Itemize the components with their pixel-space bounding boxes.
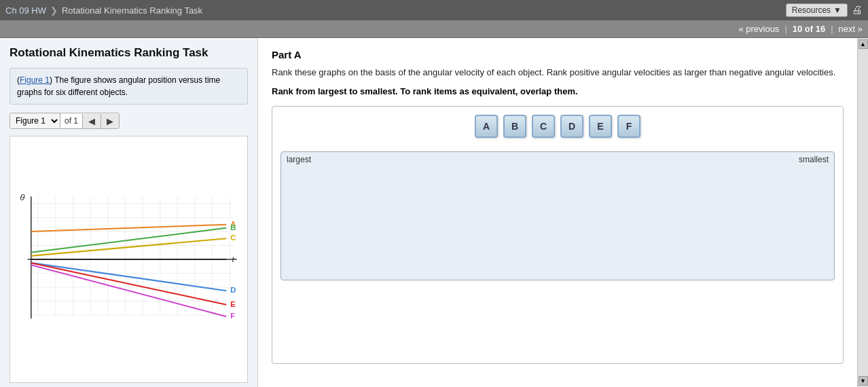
largest-label: largest [287, 155, 311, 164]
smallest-label: smallest [799, 155, 829, 164]
token-row: A B C D E F [281, 115, 835, 138]
left-panel: Rotational Kinematics Ranking Task (Figu… [0, 38, 258, 387]
drop-zone[interactable]: largest smallest [281, 151, 835, 280]
top-nav-actions: Resources ▼ 🖨 [786, 3, 863, 17]
svg-text:D: D [230, 286, 236, 294]
svg-text:θ: θ [20, 192, 25, 202]
token-f[interactable]: F [617, 115, 640, 138]
figure-1-link[interactable]: Figure 1 [20, 75, 50, 85]
figure-of-label: of 1 [60, 116, 82, 126]
svg-text:B: B [230, 223, 236, 232]
figure-select[interactable]: Figure 1 [10, 113, 60, 128]
breadcrumb-sep: ❯ [50, 5, 58, 16]
graph-svg: θ t A B C D E [10, 136, 247, 382]
figure-nav: Figure 1 of 1 ◀ ▶ [10, 113, 120, 129]
left-panel-title: Rotational Kinematics Ranking Task [0, 38, 257, 65]
page-title-nav: Rotational Kinematics Ranking Task [62, 5, 202, 16]
graph-container: θ t A B C D E [10, 136, 248, 383]
right-panel: Part A Rank these graphs on the basis of… [258, 38, 857, 387]
secondary-nav: « previous | 10 of 16 | next » [0, 20, 868, 38]
instructions-text: Rank these graphs on the basis of the an… [272, 66, 844, 79]
resources-arrow-icon: ▼ [833, 5, 842, 15]
drop-zone-labels: largest smallest [281, 152, 834, 164]
figure-next-button[interactable]: ▶ [101, 114, 119, 128]
scroll-up-button[interactable]: ▲ [858, 39, 868, 49]
scroll-down-button[interactable]: ▼ [858, 376, 868, 386]
token-a[interactable]: A [475, 115, 498, 138]
token-c[interactable]: C [532, 115, 555, 138]
svg-text:E: E [230, 300, 236, 308]
page-count: 10 of 16 [793, 24, 825, 34]
figure-reference-box: (Figure 1) The figure shows angular posi… [10, 68, 248, 105]
top-nav: Ch 09 HW ❯ Rotational Kinematics Ranking… [0, 0, 868, 20]
nav-sep-left: | [784, 24, 786, 34]
next-link[interactable]: next » [839, 24, 863, 34]
right-scrollbar: ▲ ▼ [857, 38, 868, 387]
token-e[interactable]: E [589, 115, 612, 138]
part-title: Part A [272, 49, 844, 60]
prev-link[interactable]: « previous [738, 24, 779, 34]
nav-sep-right: | [831, 24, 833, 34]
main-layout: Rotational Kinematics Ranking Task (Figu… [0, 38, 868, 387]
home-link[interactable]: Ch 09 HW [5, 5, 46, 16]
svg-text:F: F [230, 312, 235, 320]
figure-prev-button[interactable]: ◀ [82, 114, 101, 128]
ranking-area: A B C D E F largest smallest [272, 106, 844, 364]
token-d[interactable]: D [560, 115, 583, 138]
resources-button[interactable]: Resources ▼ [786, 3, 848, 17]
svg-text:C: C [230, 234, 236, 242]
token-b[interactable]: B [503, 115, 526, 138]
breadcrumb: Ch 09 HW ❯ Rotational Kinematics Ranking… [5, 5, 202, 16]
resources-label: Resources [792, 5, 831, 15]
rank-instruction-text: Rank from largest to smallest. To rank i… [272, 86, 844, 96]
print-button[interactable]: 🖨 [852, 4, 863, 16]
